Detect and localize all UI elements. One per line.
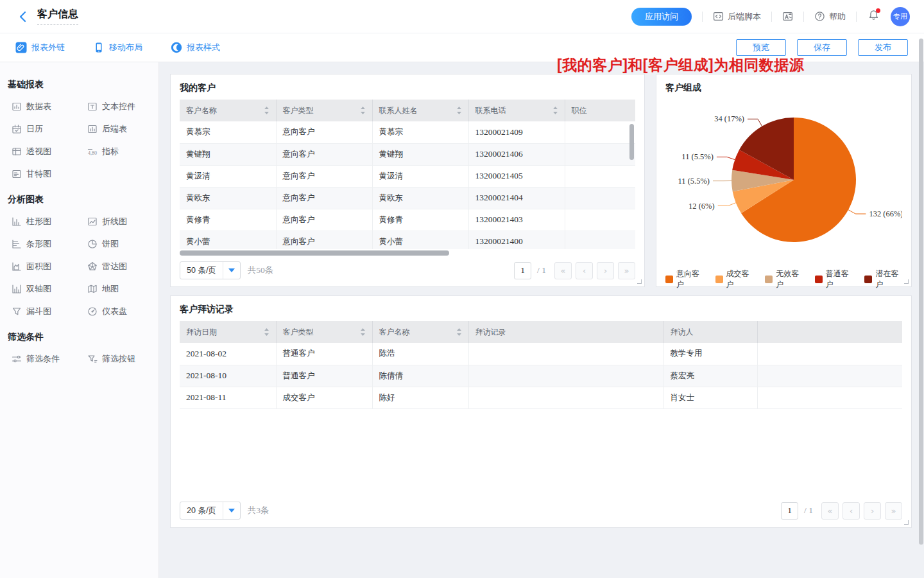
pagination-bar: 20 条/页 共3条 1 / 1 « ‹ › »: [180, 502, 902, 520]
sidebar-item-pivot[interactable]: 透视图: [12, 146, 87, 157]
table-vertical-scrollbar[interactable]: [629, 124, 634, 160]
sidebar-item-radar-chart[interactable]: 雷达图: [87, 261, 158, 272]
language-button[interactable]: [782, 11, 793, 22]
help-button[interactable]: 帮助: [814, 11, 846, 22]
first-page-button[interactable]: «: [821, 502, 839, 520]
prev-page-button[interactable]: ‹: [576, 262, 593, 279]
legend-label: 无效客户: [776, 268, 803, 290]
sidebar-item-text-widget[interactable]: 文本控件: [87, 101, 158, 112]
next-page-button[interactable]: ›: [864, 502, 881, 520]
sidebar-item-pie-chart[interactable]: 饼图: [87, 238, 158, 250]
report-link-button[interactable]: 报表外链: [15, 42, 65, 53]
sort-icon[interactable]: [264, 106, 270, 115]
legend-item[interactable]: 普通客户: [815, 268, 853, 290]
report-link-icon: [15, 42, 27, 53]
sidebar-item-map[interactable]: 地图: [87, 283, 158, 295]
column-header[interactable]: 客户名称: [180, 100, 276, 121]
table-header-row: 客户名称 客户类型 联系人姓名 联系电话 职位: [180, 100, 635, 121]
total-count: 共50条: [248, 265, 274, 276]
save-button[interactable]: 保存: [797, 39, 847, 56]
dual-axis-icon: [12, 284, 22, 294]
sort-icon[interactable]: [264, 328, 270, 337]
calendar-icon: [12, 124, 22, 134]
table-row: 黄修青意向客户黄修青13200021403: [180, 209, 635, 231]
annotation-text: [我的客户]和[客户组成]为相同数据源: [557, 55, 804, 75]
line-chart-icon: [87, 216, 98, 227]
sort-icon[interactable]: [456, 106, 462, 115]
sidebar-item-area-chart[interactable]: 面积图: [12, 261, 87, 272]
legend-item[interactable]: 无效客户: [765, 268, 803, 290]
sidebar-item-gantt[interactable]: 甘特图: [12, 168, 87, 180]
column-header[interactable]: 职位: [565, 100, 635, 121]
legend-item[interactable]: 潜在客户: [864, 268, 902, 290]
page-size-select[interactable]: 50 条/页: [180, 261, 241, 279]
publish-button[interactable]: 发布: [858, 39, 908, 56]
column-header[interactable]: 拜访人: [663, 321, 757, 343]
panel-visit-records[interactable]: 客户拜访记录 拜访日期 客户类型 客户名称 拜访记录 拜访人: [170, 295, 912, 528]
language-icon: [782, 11, 793, 22]
table-row: 黄键翔意向客户黄键翔13200021406: [180, 143, 635, 165]
report-style-button[interactable]: 报表样式: [171, 42, 220, 53]
first-page-button[interactable]: «: [554, 262, 572, 279]
panel-customer-composition[interactable]: 客户组成 132 (66%)12 (6%)11 (5.5%)11 (5.5%)3…: [656, 74, 912, 287]
sidebar-item-data-table[interactable]: 数据表: [12, 101, 87, 112]
report-canvas: 我的客户 客户名称 客户类型 联系人姓名 联系电话 职位: [159, 62, 924, 578]
sidebar-item-gauge[interactable]: 仪表盘: [87, 306, 158, 317]
mobile-layout-button[interactable]: 移动布局: [93, 42, 142, 53]
page-title[interactable]: 客户信息: [37, 8, 78, 25]
sort-icon[interactable]: [360, 328, 366, 337]
page-size-select[interactable]: 20 条/页: [180, 502, 241, 520]
last-page-button[interactable]: »: [885, 502, 902, 520]
pie-legend: 意向客户成交客户无效客户普通客户潜在客户: [665, 268, 902, 290]
resize-handle[interactable]: [904, 520, 909, 525]
sort-icon[interactable]: [360, 106, 366, 115]
avatar[interactable]: 专用: [891, 7, 910, 26]
sort-icon[interactable]: [456, 328, 462, 337]
table-row: 黄慕宗意向客户黄慕宗13200021409: [180, 121, 635, 143]
back-icon[interactable]: [17, 10, 30, 23]
my-customers-table: 客户名称 客户类型 联系人姓名 联系电话 职位 黄慕宗意向客户黄慕宗132000…: [180, 100, 635, 249]
next-page-button[interactable]: ›: [597, 262, 614, 279]
app-access-button[interactable]: 应用访问: [631, 8, 692, 26]
table-row: 黄欧东意向客户黄欧东13200021404: [180, 187, 635, 209]
prev-page-button[interactable]: ‹: [843, 502, 860, 520]
table-horizontal-scrollbar[interactable]: [180, 250, 635, 256]
map-icon: [87, 284, 98, 294]
page-number-input[interactable]: 1: [781, 502, 798, 520]
panel-my-customers[interactable]: 我的客户 客户名称 客户类型 联系人姓名 联系电话 职位: [170, 74, 645, 287]
column-header[interactable]: 拜访记录: [468, 321, 663, 343]
resize-handle[interactable]: [904, 279, 909, 284]
backend-script-button[interactable]: 后端脚本: [713, 11, 761, 22]
scrollbar-thumb[interactable]: [180, 250, 449, 256]
page-scrollbar[interactable]: [919, 39, 923, 572]
sidebar-item-filter-button[interactable]: 筛选按钮: [87, 353, 158, 365]
sidebar-item-indicator[interactable]: 4,80 指标: [87, 146, 158, 157]
sidebar-item-line-chart[interactable]: 折线图: [87, 216, 158, 227]
sidebar-item-funnel-chart[interactable]: 漏斗图: [12, 306, 87, 317]
column-header[interactable]: 客户名称: [372, 321, 468, 343]
legend-item[interactable]: 成交客户: [715, 268, 753, 290]
column-header[interactable]: 拜访日期: [180, 321, 276, 343]
notification-button[interactable]: [868, 10, 879, 23]
indicator-icon: 4,80: [87, 146, 98, 157]
page-number-input[interactable]: 1: [514, 262, 531, 279]
resize-handle[interactable]: [637, 279, 642, 284]
last-page-button[interactable]: »: [618, 262, 635, 279]
legend-item[interactable]: 意向客户: [665, 268, 703, 290]
preview-button[interactable]: 预览: [736, 39, 786, 56]
pie-callout-line: [717, 157, 735, 159]
sidebar-item-column-chart[interactable]: 柱形图: [12, 216, 87, 227]
page-scrollbar-thumb[interactable]: [919, 39, 923, 545]
sidebar-item-dual-axis-chart[interactable]: 双轴图: [12, 283, 87, 295]
backend-table-icon: [87, 124, 98, 134]
column-header[interactable]: 联系人姓名: [372, 100, 468, 121]
column-header[interactable]: 联系电话: [468, 100, 565, 121]
sidebar-item-bar-chart[interactable]: 条形图: [12, 238, 87, 250]
sidebar-item-filter-condition[interactable]: 筛选条件: [12, 353, 87, 365]
divider: [803, 12, 804, 22]
column-header[interactable]: 客户类型: [276, 100, 372, 121]
column-header[interactable]: 客户类型: [276, 321, 372, 343]
sidebar-item-calendar[interactable]: 日历: [12, 123, 87, 135]
sort-icon[interactable]: [552, 106, 558, 115]
sidebar-item-backend-table[interactable]: 后端表: [87, 123, 158, 135]
